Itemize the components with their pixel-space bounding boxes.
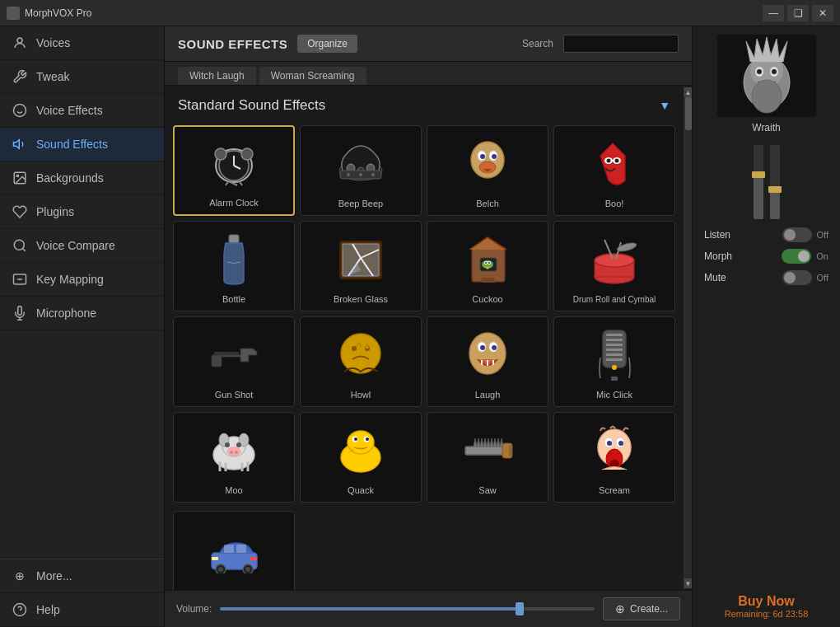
drum-roll-icon-area <box>558 228 671 292</box>
sidebar-item-more[interactable]: ⊕ More... <box>0 559 164 593</box>
sidebar-item-backgrounds[interactable]: Backgrounds <box>0 161 164 195</box>
svg-marker-4 <box>14 140 20 149</box>
svg-point-61 <box>488 262 490 264</box>
volume-slider-2[interactable] <box>770 145 780 219</box>
sound-item-drum-roll[interactable]: Drum Roll and Cymbal <box>553 221 675 311</box>
maximize-button[interactable]: ❑ <box>787 5 809 21</box>
scroll-track[interactable]: ▲ ▼ <box>684 86 692 590</box>
sound-item-quack[interactable]: Quack <box>300 412 422 503</box>
svg-rect-62 <box>482 278 495 283</box>
create-icon: ⊕ <box>615 602 625 615</box>
scroll-up-button[interactable]: ▲ <box>684 87 693 97</box>
sound-label-bottle: Bottle <box>222 294 245 304</box>
avatar-name: Wraith <box>752 122 780 133</box>
sound-item-boo[interactable]: Boo! <box>553 125 675 216</box>
sidebar-item-key-mapping-label: Key Mapping <box>36 273 104 286</box>
sidebar-item-help[interactable]: Help <box>0 593 164 627</box>
buy-now-label[interactable]: Buy Now <box>725 594 809 609</box>
svg-rect-117 <box>224 545 234 553</box>
sidebar-item-microphone[interactable]: Microphone <box>0 297 164 330</box>
svg-point-132 <box>752 80 782 113</box>
scroll-thumb[interactable] <box>685 97 692 130</box>
svg-rect-85 <box>606 344 623 346</box>
svg-rect-88 <box>606 358 623 361</box>
slider-thumb-1[interactable] <box>752 171 765 178</box>
bottle-icon-area <box>177 228 291 291</box>
sidebar-item-voice-effects[interactable]: Voice Effects <box>0 94 164 128</box>
sidebar-item-plugins-label: Plugins <box>36 205 74 218</box>
sound-item-belch[interactable]: Belch <box>427 125 548 216</box>
svg-point-65 <box>595 254 634 267</box>
minimize-button[interactable]: — <box>763 5 784 21</box>
sound-effects-grid-area[interactable]: Standard Sound Effects ▼ <box>165 86 684 590</box>
organize-button[interactable]: Organize <box>297 35 357 53</box>
scream-icon-area <box>558 419 671 482</box>
listen-value: Off <box>817 230 828 240</box>
sidebar-item-key-mapping[interactable]: Key Mapping <box>0 263 164 297</box>
sound-item-beep-beep[interactable]: Beep Beep <box>300 125 422 216</box>
voices-icon <box>12 35 28 51</box>
sound-item-scream[interactable]: Scream <box>553 412 675 503</box>
volume-slider-1[interactable] <box>754 145 763 219</box>
sound-item-moo[interactable]: Moo <box>173 412 295 503</box>
sound-item-broken-glass[interactable]: Broken Glass <box>300 221 422 311</box>
buy-now-area: Buy Now Remaining: 6d 23:58 <box>725 594 809 619</box>
belch-icon-area <box>431 133 544 195</box>
svg-point-24 <box>241 148 253 160</box>
morph-toggle-right: On <box>782 249 828 264</box>
listen-label: Listen <box>704 229 730 241</box>
key-mapping-icon <box>12 271 28 288</box>
mute-row: Mute Off <box>704 270 828 285</box>
backgrounds-icon <box>12 170 28 186</box>
svg-point-95 <box>225 442 230 447</box>
sidebar-item-voice-effects-label: Voice Effects <box>36 104 103 117</box>
sound-item-saw[interactable]: Saw <box>427 412 548 503</box>
sound-item-alarm-clock[interactable]: Alarm Clock <box>173 125 295 216</box>
sound-item-laugh[interactable]: Laugh <box>427 316 548 407</box>
svg-rect-124 <box>250 557 257 560</box>
search-input[interactable] <box>563 35 679 53</box>
svg-point-122 <box>245 567 250 572</box>
svg-point-23 <box>215 148 226 160</box>
quack-icon-area <box>304 419 418 482</box>
svg-point-99 <box>235 451 238 454</box>
sidebar-item-sound-effects[interactable]: Sound Effects <box>0 128 164 161</box>
scroll-down-button[interactable]: ▼ <box>684 578 693 588</box>
sidebar-item-plugins[interactable]: Plugins <box>0 195 164 229</box>
help-icon <box>12 601 28 618</box>
sidebar-item-tweak[interactable]: Tweak <box>0 60 164 94</box>
mute-knob <box>784 272 796 283</box>
listen-toggle-right: Off <box>782 227 828 242</box>
listen-toggle[interactable] <box>782 227 812 242</box>
sound-item-bottle[interactable]: Bottle <box>173 221 295 311</box>
mute-toggle[interactable] <box>782 270 812 285</box>
sound-label-laugh: Laugh <box>475 390 501 400</box>
sound-item-cuckoo[interactable]: Cuckoo <box>427 221 548 311</box>
slider-fill-1 <box>754 175 763 219</box>
tab-witch-laugh[interactable]: Witch Laugh <box>178 67 256 85</box>
svg-line-8 <box>22 248 25 250</box>
slider-thumb-2[interactable] <box>768 186 782 193</box>
sidebar-item-voice-compare[interactable]: Voice Compare <box>0 229 164 263</box>
close-button[interactable]: ✕ <box>812 5 833 21</box>
sound-label-cuckoo: Cuckoo <box>472 294 502 304</box>
volume-slider[interactable] <box>220 607 595 611</box>
tab-woman-screaming[interactable]: Woman Screaming <box>259 67 366 85</box>
sound-item-gun-shot[interactable]: Gun Shot <box>173 316 295 407</box>
sound-item-mic-click[interactable]: Mic Click <box>553 316 675 407</box>
sound-item-car[interactable] <box>173 511 295 590</box>
sound-item-howl[interactable]: Howl <box>300 316 422 407</box>
alarm-clock-icon-area <box>178 133 290 194</box>
section-collapse-icon[interactable]: ▼ <box>659 99 670 112</box>
content-area: SOUND EFFECTS Organize Search Witch Laug… <box>165 26 692 627</box>
sound-label-broken-glass: Broken Glass <box>334 294 388 304</box>
svg-point-113 <box>618 441 623 446</box>
create-button[interactable]: ⊕ Create... <box>603 597 680 620</box>
svg-point-112 <box>607 441 612 446</box>
sidebar-item-voices[interactable]: Voices <box>0 26 164 60</box>
sound-label-scream: Scream <box>599 485 630 495</box>
morph-toggle[interactable] <box>782 249 811 264</box>
sound-label-saw: Saw <box>478 485 496 495</box>
svg-point-78 <box>492 345 497 350</box>
volume-thumb[interactable] <box>516 602 524 615</box>
